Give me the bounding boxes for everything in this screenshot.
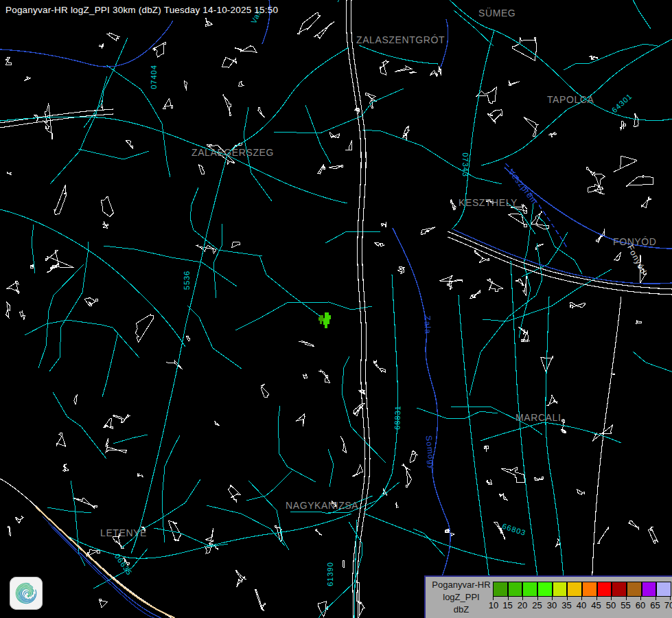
legend-tick: 55 [621, 600, 630, 610]
legend-swatch [508, 582, 523, 597]
legend-panel: Poganyvar-HR logZ_PPI dbZ 10 15 20 25 30… [424, 575, 672, 618]
legend-swatch [656, 582, 671, 597]
radar-map-view: Poganyvar-HR logZ_PPI 30km (dbZ) Tuesday… [0, 0, 672, 618]
city-label-marcali: MARCALI [515, 412, 561, 423]
legend-title-block: Poganyvar-HR logZ_PPI dbZ [430, 579, 493, 617]
legend-tick: 50 [606, 600, 616, 610]
legend-tick: 30 [547, 600, 557, 610]
boundary-and-main-roads [0, 0, 672, 618]
city-label-keszthely: KESZTHELY [459, 197, 518, 208]
legend-swatch [553, 582, 568, 597]
legend-swatch [522, 582, 537, 597]
legend-tick: 20 [518, 600, 527, 610]
legend-swatch [567, 582, 582, 597]
road-number-label: 5536 [183, 271, 191, 290]
legend-tick: 25 [532, 600, 542, 610]
city-label-zalaszentgrot: ZALASZENTGRÓT [356, 34, 445, 45]
legend-unit: dbZ [430, 604, 493, 616]
spiral-cyclone-icon [11, 578, 41, 608]
city-label-tapolca: TAPOLCA [547, 94, 594, 105]
road-number-label: 07343 [461, 152, 470, 177]
product-title: Poganyvar-HR logZ_PPI 30km (dbZ) Tuesday… [5, 5, 278, 15]
road-number-label: 61390 [326, 562, 334, 586]
legend-tick: 35 [561, 600, 571, 610]
rivers-and-waterways [0, 0, 672, 618]
legend-swatch [642, 582, 657, 597]
city-label-nagykanizsa: NAGYKANIZSA [286, 500, 358, 511]
waterway-label-zala: Zala [423, 315, 433, 334]
map-canvas [0, 0, 672, 618]
legend-tick: 15 [502, 600, 512, 610]
city-label-letenye: LETENYE [100, 527, 147, 538]
settlement-outlines [5, 0, 672, 618]
radar-echo [318, 312, 331, 328]
legend-scan-name: logZ_PPI [430, 591, 493, 604]
legend-tick: 45 [591, 600, 601, 610]
road-number-label: 68831 [393, 405, 402, 430]
legend-swatch [597, 582, 612, 597]
legend-tick: 10 [489, 600, 498, 610]
legend-swatch [612, 582, 627, 597]
legend-swatch [627, 582, 642, 597]
legend-swatch [493, 582, 508, 597]
road-network [0, 0, 672, 618]
legend-colorbar [493, 582, 671, 597]
city-label-sumeg: SÜMEG [478, 8, 515, 19]
legend-tick-labels: 10 15 20 25 30 35 40 45 50 55 60 65 70 [493, 600, 671, 611]
radar-echo-cell [323, 312, 331, 328]
legend-tick: 65 [650, 600, 660, 610]
legend-tick: 70 [664, 600, 672, 610]
legend-tick: 40 [577, 600, 586, 610]
legend-swatch [582, 582, 597, 597]
road-number-label: 07404 [150, 65, 158, 89]
legend-tick: 60 [636, 600, 645, 610]
city-label-zalaegerszeg: ZALAEGERSZEG [192, 147, 274, 158]
legend-swatch [537, 582, 553, 597]
provider-logo [10, 577, 43, 610]
legend-product-name: Poganyvar-HR [430, 579, 493, 591]
